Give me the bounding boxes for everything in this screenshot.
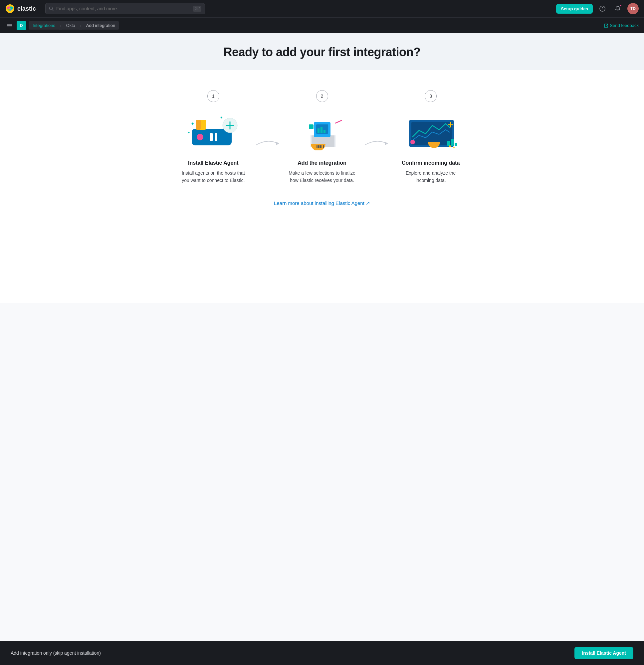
search-input[interactable] (56, 6, 190, 11)
svg-rect-33 (318, 145, 319, 148)
add-integration-illustration (292, 111, 352, 150)
elastic-logo[interactable]: elastic (5, 4, 36, 13)
svg-rect-30 (320, 127, 323, 133)
elastic-logo-icon (5, 4, 15, 13)
install-agent-illustration: ✦ ✦ ✦ (183, 111, 243, 150)
svg-point-49 (453, 147, 455, 148)
confirm-data-illustration (401, 111, 461, 150)
breadcrumb-add-integration[interactable]: Add integration (82, 21, 119, 30)
svg-rect-36 (323, 145, 324, 148)
skip-agent-label: Add integration only (skip agent install… (11, 650, 568, 656)
help-icon-button[interactable]: ? (597, 3, 608, 14)
step-connector-2 (363, 90, 390, 150)
send-feedback-link[interactable]: Send feedback (604, 23, 639, 28)
page-title: Ready to add your first integration? (7, 45, 637, 59)
step-3-desc: Explore and analyze the incoming data. (397, 169, 465, 184)
bottom-bar: Add integration only (skip agent install… (0, 641, 644, 665)
svg-marker-24 (276, 142, 279, 145)
svg-point-44 (410, 140, 415, 145)
space-indicator: D (17, 21, 26, 30)
step-1-desc: Install agents on the hosts that you wan… (179, 169, 248, 184)
svg-rect-32 (316, 145, 317, 148)
svg-rect-29 (317, 128, 319, 133)
step-3-title: Confirm incoming data (402, 160, 460, 166)
svg-rect-34 (319, 145, 321, 148)
step-2-title: Add the integration (297, 160, 347, 166)
svg-text:✦: ✦ (187, 131, 190, 134)
step-1-number: 1 (207, 90, 219, 102)
step-3: 3 (390, 90, 472, 184)
step-2-desc: Make a few selections to finalize how El… (288, 169, 356, 184)
breadcrumb-navigation: Integrations › Okta › Add integration (29, 21, 119, 30)
breadcrumb-arrow-2: › (79, 21, 82, 30)
step-1-illustration: ✦ ✦ ✦ (180, 109, 246, 152)
breadcrumb-arrow-1: › (59, 21, 62, 30)
help-icon: ? (600, 6, 605, 12)
svg-rect-41 (411, 122, 452, 145)
hamburger-menu-button[interactable] (5, 21, 14, 30)
svg-line-6 (52, 10, 54, 11)
svg-text:?: ? (602, 7, 603, 11)
step-1: 1 (172, 90, 255, 184)
svg-rect-35 (321, 145, 322, 148)
nav-right-actions: Setup guides ? TD (556, 3, 639, 14)
svg-rect-45 (447, 141, 450, 146)
learn-more-section: Learn more about installing Elastic Agen… (13, 200, 631, 206)
svg-rect-15 (215, 133, 217, 141)
elastic-logo-text: elastic (17, 5, 36, 12)
main-content: 1 (0, 70, 644, 303)
svg-rect-31 (324, 130, 326, 133)
step-2: 2 (281, 90, 363, 184)
search-icon (49, 6, 54, 11)
svg-rect-37 (309, 125, 314, 129)
svg-text:✦: ✦ (220, 116, 223, 119)
step-connector-1 (254, 90, 281, 150)
svg-rect-14 (210, 133, 213, 141)
svg-text:✦: ✦ (191, 121, 195, 127)
breadcrumb-right: Send feedback (604, 23, 639, 28)
step-3-number: 3 (425, 90, 437, 102)
learn-more-link[interactable]: Learn more about installing Elastic Agen… (274, 200, 370, 206)
user-avatar-button[interactable]: TD (627, 3, 639, 14)
global-search-bar[interactable]: ⌘/ (45, 3, 205, 14)
arrow-1-icon (254, 137, 281, 150)
breadcrumb-okta[interactable]: Okta (62, 21, 79, 30)
breadcrumb-bar: D Integrations › Okta › Add integration … (0, 17, 644, 33)
search-shortcut: ⌘/ (193, 6, 201, 12)
arrow-2-icon (363, 137, 390, 150)
svg-point-48 (449, 145, 451, 147)
notifications-button[interactable] (612, 3, 623, 14)
step-2-number: 2 (316, 90, 328, 102)
step-3-illustration (398, 109, 464, 152)
top-navigation: elastic ⌘/ Setup guides ? TD (0, 0, 644, 17)
step-1-title: Install Elastic Agent (188, 160, 238, 166)
svg-rect-46 (451, 139, 454, 146)
svg-line-38 (335, 120, 342, 123)
svg-point-5 (50, 7, 53, 10)
external-link-icon (604, 23, 608, 28)
setup-guides-button[interactable]: Setup guides (556, 4, 593, 14)
step-2-illustration (289, 109, 355, 152)
svg-rect-17 (196, 120, 201, 130)
svg-rect-47 (455, 143, 457, 146)
page-header: Ready to add your first integration? (0, 33, 644, 70)
install-elastic-agent-button[interactable]: Install Elastic Agent (574, 647, 633, 659)
hamburger-icon (7, 23, 13, 28)
svg-point-13 (197, 134, 203, 140)
steps-container: 1 (172, 90, 472, 184)
notification-dot (619, 4, 622, 7)
breadcrumb-integrations[interactable]: Integrations (29, 21, 59, 30)
svg-marker-39 (385, 142, 388, 145)
